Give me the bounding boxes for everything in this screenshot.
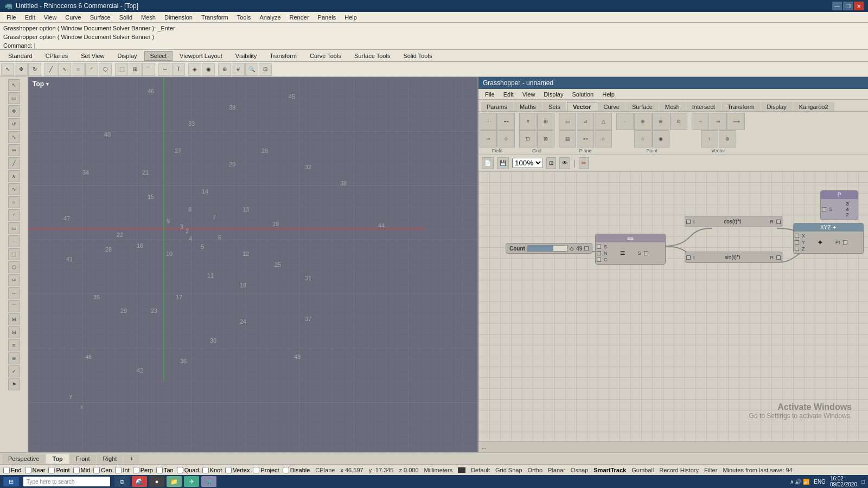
gh-point-icon4[interactable]: ⊙ [670, 113, 687, 130]
search-box[interactable]: Type here to search [23, 477, 110, 486]
count-slider-node[interactable]: Count ◇ 49 [506, 243, 592, 254]
status-cb-disable[interactable]: Disable [283, 467, 310, 473]
ortho-toggle[interactable]: Ortho [528, 467, 543, 473]
checkbox-knot[interactable] [202, 467, 209, 473]
status-cb-near[interactable]: Near [25, 467, 46, 473]
boolean-icon[interactable]: ⊞ [129, 63, 142, 76]
group-icon[interactable]: ⊟ [8, 326, 20, 338]
construct-pt-node[interactable]: XYZ ✦ X Y [793, 223, 864, 254]
gh-canvas[interactable]: Count ◇ 49 ≡≡ S [478, 171, 868, 441]
gh-point-icon5[interactable]: ○ [634, 130, 652, 147]
material-icon[interactable]: ◉ [202, 63, 215, 76]
move-icon[interactable]: ✥ [15, 63, 28, 76]
status-cb-point[interactable]: Point [48, 467, 69, 473]
planar-toggle[interactable]: Planar [548, 467, 565, 473]
gh-vector-icon2[interactable]: ⇒ [710, 113, 727, 130]
gridsnap-toggle[interactable]: Grid Snap [495, 467, 522, 473]
menu-item-surface[interactable]: Surface [86, 14, 115, 21]
polyline-icon[interactable]: ∧ [8, 170, 20, 182]
analyze-side-icon[interactable]: ⊕ [8, 352, 20, 364]
gh-tab-surface[interactable]: Surface [626, 102, 659, 111]
menu-item-analyze[interactable]: Analyze [255, 14, 285, 21]
gh-paint-button[interactable]: ✏ [579, 157, 589, 169]
gh-menu-view[interactable]: View [518, 91, 540, 98]
checkbox-point[interactable] [48, 467, 55, 473]
series-s-out-port[interactable] [644, 251, 648, 255]
gh-point-icon6[interactable]: ◉ [652, 130, 669, 147]
gh-zoom-select[interactable]: 100% [512, 158, 543, 168]
toolbar-tab-cplanes[interactable]: CPlanes [40, 51, 74, 61]
gh-tab-sets[interactable]: Sets [542, 102, 566, 111]
gh-tab-mesh[interactable]: Mesh [659, 102, 686, 111]
gh-plane-icon5[interactable]: ⊷ [577, 130, 594, 147]
vp-tab-top[interactable]: Top [46, 454, 68, 464]
status-cb-end[interactable]: End [3, 467, 22, 473]
gh-plane-icon6[interactable]: ⊹ [595, 130, 612, 147]
cpt-y-port[interactable] [795, 240, 799, 245]
gh-grid-icon1[interactable]: # [519, 113, 537, 130]
cos-r-port[interactable] [776, 220, 781, 224]
draw-arc-icon[interactable]: ◜ [85, 63, 98, 76]
checkbox-quad[interactable] [177, 467, 183, 473]
line-tool-icon[interactable]: ╱ [8, 157, 20, 169]
select-cursor-icon[interactable]: ↖ [1, 63, 14, 76]
toolbar-tab-select[interactable]: Select [144, 51, 173, 61]
draw-line-icon[interactable]: ╱ [44, 63, 58, 76]
gh-tab-intersect[interactable]: Intersect [686, 102, 721, 111]
menu-item-render[interactable]: Render [285, 14, 314, 21]
checkbox-tan[interactable] [156, 467, 163, 473]
cpt-z-port[interactable] [795, 247, 799, 251]
vp-tab-right[interactable]: Right [97, 454, 123, 464]
checkbox-disable[interactable] [283, 467, 289, 473]
gh-tab-vector[interactable]: Vector [567, 102, 597, 111]
checkbox-perp[interactable] [133, 467, 139, 473]
checkbox-project[interactable] [253, 467, 259, 473]
toolbar-tab-set-view[interactable]: Set View [75, 51, 110, 61]
marquee-select-icon[interactable]: ▭ [8, 92, 20, 104]
toolbar-tab-curve-tools[interactable]: Curve Tools [304, 51, 347, 61]
smarttrack-toggle[interactable]: SmartTrack [593, 467, 626, 473]
sin-t-port[interactable] [686, 255, 691, 260]
status-cb-tan[interactable]: Tan [156, 467, 174, 473]
gh-vector-icon5[interactable]: ⊕ [719, 130, 736, 147]
osnap-toggle[interactable]: Osnap [571, 467, 588, 473]
menu-item-help[interactable]: Help [340, 14, 361, 21]
gh-plane-icon2[interactable]: ⊿ [577, 113, 594, 130]
taskbar-app-chrome[interactable]: ● [149, 476, 164, 487]
menu-item-transform[interactable]: Transform [197, 14, 233, 21]
cpt-pt-port[interactable] [843, 240, 847, 245]
gh-field-icon2[interactable]: ⊷ [497, 113, 515, 130]
toolbar-tab-solid-tools[interactable]: Solid Tools [397, 51, 438, 61]
viewport-dropdown-icon[interactable]: ▼ [45, 81, 50, 87]
gh-field-icon1[interactable]: ⋯ [480, 113, 497, 130]
gh-menu-file[interactable]: File [481, 91, 499, 98]
gh-point-icon3[interactable]: ⊗ [652, 113, 669, 130]
gh-menu-edit[interactable]: Edit [499, 91, 518, 98]
surface-icon[interactable]: ⬚ [8, 248, 20, 260]
menu-item-tools[interactable]: Tools [233, 14, 256, 21]
vp-tab-perspective[interactable]: Perspective [2, 454, 45, 464]
fillet-icon[interactable]: ⌒ [142, 63, 155, 76]
grid-icon[interactable]: # [232, 63, 245, 76]
gh-vector-icon1[interactable]: → [692, 113, 709, 130]
render-icon[interactable]: ◈ [188, 63, 201, 76]
checkbox-vertex[interactable] [225, 467, 232, 473]
text-icon[interactable]: T [172, 63, 185, 76]
gh-tab-display[interactable]: Display [761, 102, 793, 111]
gh-plane-icon3[interactable]: △ [595, 113, 612, 130]
taskbar-app-firefox[interactable]: 🌊 [132, 476, 147, 487]
minimize-button[interactable]: — [832, 2, 842, 10]
menu-item-solid[interactable]: Solid [115, 14, 137, 21]
toolbar-tab-transform[interactable]: Transform [264, 51, 303, 61]
menu-item-file[interactable]: File [2, 14, 21, 21]
window-controls[interactable]: — ❐ ✕ [832, 2, 864, 10]
gh-tab-transform[interactable]: Transform [722, 102, 761, 111]
series-n-port[interactable] [597, 251, 601, 255]
draw-curve-icon[interactable]: ∿ [58, 63, 71, 76]
taskbar-app-explorer[interactable]: 📁 [167, 476, 182, 487]
flag-icon[interactable]: ⚑ [8, 378, 20, 390]
solid-icon[interactable]: ⬡ [8, 261, 20, 273]
rhino-viewport[interactable]: Top ▼ 46 39 45 [28, 77, 477, 452]
gh-save-button[interactable]: 💾 [497, 157, 509, 169]
gh-plane-icon1[interactable]: ▭ [559, 113, 576, 130]
